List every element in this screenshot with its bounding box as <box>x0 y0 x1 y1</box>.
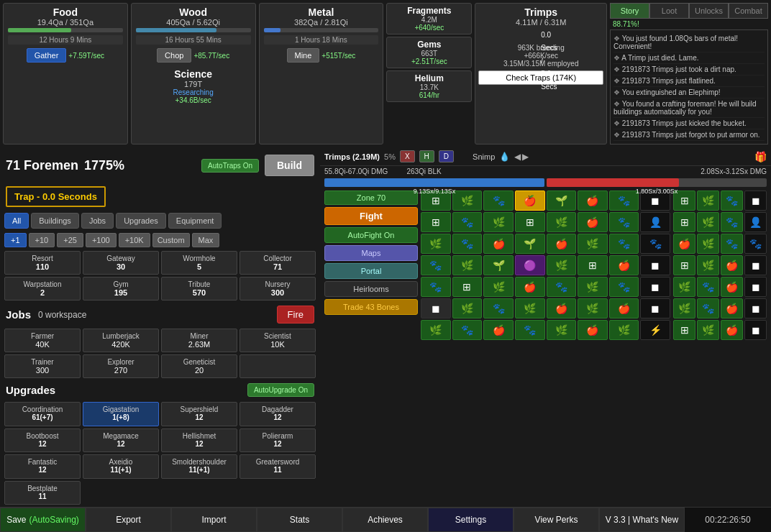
cell-p35[interactable]: 🍎 <box>515 277 545 297</box>
fire-button[interactable]: Fire <box>277 306 314 324</box>
cell-p30[interactable]: 🍎 <box>609 255 639 275</box>
cell-p19[interactable]: 🌱 <box>515 234 545 254</box>
building-gateway[interactable]: Gateway30 <box>83 251 159 275</box>
cell-p37[interactable]: 🌿 <box>578 277 608 297</box>
cell-p52[interactable]: 🌿 <box>547 320 577 340</box>
building-warpstation[interactable]: Warpstation2 <box>4 277 81 301</box>
view-perks-button[interactable]: View Perks <box>514 508 599 532</box>
ecell-15[interactable]: ◼ <box>744 255 767 275</box>
ecell-7[interactable]: 👤 <box>744 212 767 232</box>
mine-button[interactable]: Mine <box>287 48 320 63</box>
cell-p25[interactable]: 🌿 <box>452 255 483 275</box>
build-button[interactable]: Build <box>265 155 314 176</box>
log-tab-story[interactable]: Story <box>610 3 649 19</box>
cell-p10[interactable]: 🌿 <box>483 212 514 232</box>
upgrade-dagadder[interactable]: Dagadder12 <box>239 402 316 426</box>
job-scientist[interactable]: Scientist10K <box>239 329 316 352</box>
portal-button[interactable]: Portal <box>324 263 418 279</box>
gift-button[interactable]: 🎁 <box>754 151 767 162</box>
cell-p38[interactable]: 🐾 <box>609 277 639 297</box>
job-miner[interactable]: Miner2.63M <box>161 329 237 352</box>
tab-jobs[interactable]: Jobs <box>81 213 114 229</box>
cell-p44[interactable]: 🍎 <box>547 298 577 318</box>
cell-p31[interactable]: ◼ <box>640 255 670 275</box>
cell-p24[interactable]: 🐾 <box>421 255 451 275</box>
cell-p23[interactable]: 🐾 <box>640 234 670 254</box>
stats-button[interactable]: Stats <box>257 508 342 532</box>
cell-p47[interactable]: ◼ <box>640 298 670 318</box>
upgrade-gigastation[interactable]: Gigastation1(+8) <box>83 402 159 426</box>
ecell-18[interactable]: 🍎 <box>721 277 743 297</box>
upgrade-bestplate[interactable]: Bestplate11 <box>4 481 81 505</box>
chop-button[interactable]: Chop <box>157 48 191 63</box>
inc-25[interactable]: +25 <box>57 233 83 247</box>
trade-button[interactable]: Trade 43 Bones <box>324 299 418 315</box>
building-wormhole[interactable]: Wormhole5 <box>161 251 237 275</box>
cell-p20[interactable]: 🍎 <box>547 234 577 254</box>
ecell-26[interactable]: 🍎 <box>721 320 743 340</box>
job-trainer[interactable]: Trainer300 <box>4 354 81 378</box>
cell-p32[interactable]: 🐾 <box>421 277 451 297</box>
ecell-21[interactable]: 🐾 <box>697 298 719 318</box>
upgrade-smoldershoulder[interactable]: Smoldershoulder11(+1) <box>161 454 237 479</box>
upgrade-supershield[interactable]: Supershield12 <box>161 402 237 426</box>
save-button[interactable]: Save (AutoSaving) <box>0 508 86 532</box>
heirlooms-button[interactable]: Heirlooms <box>324 281 418 297</box>
upgrade-greatersword[interactable]: Greatersword11 <box>239 454 316 479</box>
settings-button[interactable]: Settings <box>428 508 514 532</box>
snimp-prev[interactable]: ◀ <box>514 152 521 162</box>
battle-x-button[interactable]: X <box>400 150 415 162</box>
cell-p28[interactable]: 🌿 <box>547 255 577 275</box>
upgrade-polierarm[interactable]: Polierarm12 <box>239 428 316 453</box>
ecell-12[interactable]: ⊞ <box>673 255 695 275</box>
cell-p48[interactable]: 🌿 <box>421 320 451 340</box>
building-collector[interactable]: Collector71 <box>239 251 316 275</box>
autoupgrade-button[interactable]: AutoUpgrade On <box>247 383 314 397</box>
inc-1[interactable]: +1 <box>4 233 27 247</box>
cell-p49[interactable]: 🐾 <box>452 320 483 340</box>
upgrade-megamace[interactable]: Megamace12 <box>83 428 159 453</box>
ecell-11[interactable]: 🐾 <box>744 234 767 254</box>
autofight-button[interactable]: AutoFight On <box>324 227 418 243</box>
cell-p34[interactable]: 🌿 <box>483 277 514 297</box>
cell-p8[interactable]: ⊞ <box>421 212 451 232</box>
ecell-8[interactable]: 🍎 <box>673 234 695 254</box>
job-farmer[interactable]: Farmer40K <box>4 329 81 352</box>
whats-new-button[interactable]: V 3.3 | What's New <box>599 508 685 532</box>
cell-p18[interactable]: 🍎 <box>483 234 514 254</box>
tab-equipment[interactable]: Equipment <box>168 213 222 229</box>
ecell-24[interactable]: ⊞ <box>673 320 695 340</box>
inc-custom[interactable]: Custom <box>152 233 190 247</box>
gather-button[interactable]: Gather <box>27 48 67 63</box>
cell-p29[interactable]: ⊞ <box>578 255 608 275</box>
ecell-10[interactable]: 🐾 <box>721 234 743 254</box>
ecell-4[interactable]: ⊞ <box>673 212 695 232</box>
cell-p55[interactable]: ⚡ <box>640 320 670 340</box>
inc-max[interactable]: Max <box>192 233 220 247</box>
inc-10k[interactable]: +10K <box>119 233 150 247</box>
export-button[interactable]: Export <box>86 508 171 532</box>
cell-p17[interactable]: 🐾 <box>452 234 483 254</box>
upgrade-fantastic[interactable]: Fantastic12 <box>4 454 81 479</box>
ecell-20[interactable]: 🌿 <box>673 298 695 318</box>
cell-p22[interactable]: 🐾 <box>609 234 639 254</box>
ecell-13[interactable]: 🌿 <box>697 255 719 275</box>
upgrade-coordination[interactable]: Coordination61(+7) <box>4 402 81 426</box>
cell-p50[interactable]: 🍎 <box>483 320 514 340</box>
cell-p53[interactable]: 🍎 <box>578 320 608 340</box>
cell-p36[interactable]: 🐾 <box>547 277 577 297</box>
ecell-27[interactable]: ◼ <box>744 320 767 340</box>
cell-p27[interactable]: 🟣 <box>515 255 545 275</box>
job-geneticist[interactable]: Geneticist20 <box>161 354 237 378</box>
building-nursery[interactable]: Nursery300 <box>239 277 316 301</box>
log-tab-unlocks[interactable]: Unlocks <box>689 3 729 19</box>
cell-p14[interactable]: 🐾 <box>609 212 639 232</box>
cell-p46[interactable]: 🍎 <box>609 298 639 318</box>
cell-p54[interactable]: 🌿 <box>609 320 639 340</box>
log-tab-loot[interactable]: Loot <box>649 3 689 19</box>
tab-buildings[interactable]: Buildings <box>31 213 79 229</box>
battle-d-button[interactable]: D <box>439 150 454 162</box>
cell-p33[interactable]: ⊞ <box>452 277 483 297</box>
cell-p15[interactable]: 👤 <box>640 212 670 232</box>
ecell-6[interactable]: 🐾 <box>721 212 743 232</box>
